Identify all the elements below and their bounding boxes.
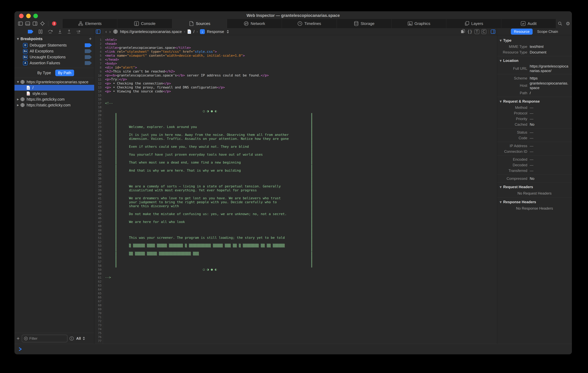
code-line[interactable]: ║ dimension. Voices. Traffic. Assaults o… (105, 137, 497, 141)
code-line[interactable]: ║ ▒▒ ▒▒▒▒▒ ▒▒▒▒▒ ▒▒▒▒▒▒▒▒▒▒▒▒▒▒▒▒ ▒▒▒ ║ (105, 252, 497, 256)
code-line[interactable]: ○ ◑ ● ◐ (105, 109, 497, 113)
settings-gear-icon[interactable]: ⚙ (564, 19, 572, 28)
code-line[interactable]: ║ Even if others could see you, they wou… (105, 145, 497, 149)
code-line[interactable] (105, 335, 497, 339)
code-line[interactable] (105, 311, 497, 315)
dock-right-icon[interactable] (33, 21, 37, 26)
tab-scope-chain[interactable]: Scope Chain (537, 30, 558, 34)
code-line[interactable]: <p> • Viewing the source code</p> (105, 89, 497, 93)
code-line[interactable]: <p> • Checking the proxy, firewall and D… (105, 85, 497, 89)
resource-file-row[interactable]: <>/ (14, 85, 94, 91)
code-line[interactable]: ║ It is just you in here now. Away from … (105, 133, 497, 137)
code-line[interactable]: <!-- (105, 101, 497, 105)
resource-file-row[interactable]: cssstyle.css (14, 91, 94, 96)
code-line[interactable]: ║ That when most see a dead end, some fi… (105, 161, 497, 164)
element-picker-icon[interactable] (40, 21, 45, 26)
code-content[interactable]: <html><head><title>grantelescopiocanaria… (105, 38, 497, 343)
code-line[interactable]: ║ ║ (105, 248, 497, 252)
code-line[interactable]: ║ You yourself have just proven everyday… (105, 153, 497, 157)
resource-domain-row[interactable]: ▼https://grantelescopiocanarias.space (14, 79, 94, 85)
code-line[interactable]: ║ ║ (105, 260, 497, 263)
code-line[interactable] (105, 283, 497, 287)
code-line[interactable] (105, 331, 497, 335)
code-line[interactable]: <p><b>grantelescopiocanarias.space’s</b>… (105, 73, 497, 77)
code-line[interactable]: ║ ║ (105, 149, 497, 153)
coverage-icon[interactable]: C (482, 29, 486, 34)
response-stepper-icon[interactable] (227, 30, 229, 33)
breakpoints-toggle-icon[interactable] (28, 30, 33, 33)
code-line[interactable]: ║ And that is why we are here. That is w… (105, 169, 497, 172)
breakpoint-item[interactable]: DDebugger Statements (14, 42, 94, 48)
code-line[interactable]: <title>grantelescopiocanarias.space</tit… (105, 46, 497, 50)
code-line[interactable]: <div id="alert"> (105, 66, 497, 70)
code-line[interactable]: ║ Welcome, explorer. Look around you ║ (105, 125, 497, 129)
breadcrumb-page[interactable]: / (193, 30, 194, 34)
tab-resource[interactable]: Resource (511, 29, 533, 35)
resource-domain-row[interactable]: ▶https://static.getclicky.com (14, 102, 94, 108)
code-line[interactable]: ║ ║ (105, 181, 497, 184)
code-line[interactable] (105, 287, 497, 291)
code-line[interactable]: --> (105, 275, 497, 279)
dock-bottom-icon[interactable] (25, 21, 30, 26)
disclosure-triangle-icon[interactable]: ▼ (500, 59, 502, 62)
code-line[interactable] (105, 299, 497, 303)
code-line[interactable] (105, 327, 497, 331)
code-line[interactable] (105, 339, 497, 343)
breakpoint-toggle-flag[interactable] (85, 49, 92, 53)
quick-console[interactable] (14, 344, 572, 354)
forward-icon[interactable]: › (109, 29, 111, 34)
code-line[interactable]: <p>Try:</p> (105, 77, 497, 81)
code-line[interactable]: ║ ║ (105, 176, 497, 181)
tab-storage[interactable]: Storage (337, 19, 391, 28)
tab-elements[interactable]: Elements (63, 19, 117, 28)
segment-by-path[interactable]: By Path (55, 70, 74, 76)
code-line[interactable] (105, 315, 497, 319)
breakpoint-toggle-flag[interactable] (85, 43, 92, 47)
disclosure-triangle-icon[interactable]: ▼ (500, 201, 502, 204)
code-line[interactable]: ║ ║ (105, 192, 497, 196)
code-line[interactable]: </head> (105, 58, 497, 61)
copy-icon[interactable] (461, 29, 465, 34)
disclosure-triangle-icon[interactable]: ▼ (500, 185, 502, 189)
code-line[interactable] (105, 272, 497, 275)
breadcrumb-site[interactable]: https://grantelescopiocanarias.space (120, 30, 182, 34)
breakpoint-toggle-flag[interactable] (85, 61, 92, 65)
code-line[interactable]: ║ your judgement to bring the right peop… (105, 200, 497, 204)
step-into-icon[interactable] (58, 29, 62, 34)
tab-timelines[interactable]: Timelines (282, 19, 336, 28)
code-line[interactable]: ║ ▒ ▒▒▒▒▒▒ ▒▒▒▒ ▒▒▒▒▒ ▒▒▒▒▒▒▒ ▒ ▒▒▒▒▒▒▒▒… (105, 244, 497, 248)
code-line[interactable]: ║ ║ (105, 216, 497, 220)
breakpoint-item[interactable]: ExUncaught Exceptions (14, 54, 94, 60)
code-line[interactable]: ║ ║ (105, 228, 497, 232)
section-header-response-headers[interactable]: ▼Response Headers (497, 199, 572, 205)
breadcrumb-view[interactable]: Response (207, 30, 224, 34)
disclosure-triangle-icon[interactable]: ▶ (16, 98, 20, 101)
code-line[interactable]: ║ We are a comedy of sorts – living in a… (105, 184, 497, 188)
code-line[interactable] (105, 323, 497, 327)
step-out-icon[interactable] (67, 29, 71, 34)
code-line[interactable]: <body> (105, 61, 497, 66)
section-header-request-response[interactable]: ▼Request & Response (497, 98, 572, 105)
tab-layers[interactable]: Layers (446, 19, 501, 28)
code-line[interactable] (105, 105, 497, 109)
code-line[interactable] (105, 307, 497, 311)
code-line[interactable]: <h2>This site can’t be reached</h2> (105, 70, 497, 73)
collapse-right-sidebar-icon[interactable] (491, 30, 495, 34)
add-filter-button[interactable]: + (17, 335, 20, 341)
tab-sources[interactable]: Sources (172, 19, 227, 28)
code-line[interactable]: ║ ║ (105, 172, 497, 176)
disclosure-triangle-icon[interactable]: ▼ (500, 39, 502, 42)
breakpoint-toggle-flag[interactable] (85, 55, 92, 59)
code-line[interactable]: ║ This was your screener. The program is… (105, 236, 497, 240)
disclosure-triangle-icon[interactable]: ▶ (16, 103, 20, 107)
breakpoints-header[interactable]: ▼ Breakpoints + (14, 35, 94, 42)
code-line[interactable]: <link rel="stylesheet" type="text/css" h… (105, 50, 497, 54)
disclosure-triangle-icon[interactable]: ▼ (17, 37, 19, 40)
code-line[interactable]: ║ ║ (105, 117, 497, 121)
code-line[interactable]: ║ ║ (105, 256, 497, 260)
code-line[interactable] (105, 93, 497, 97)
tab-console[interactable]: ∑Console (117, 19, 172, 28)
section-header-type[interactable]: ▼Type (497, 37, 572, 44)
breakpoint-item[interactable]: ExAll Exceptions (14, 48, 94, 54)
code-line[interactable] (105, 291, 497, 295)
